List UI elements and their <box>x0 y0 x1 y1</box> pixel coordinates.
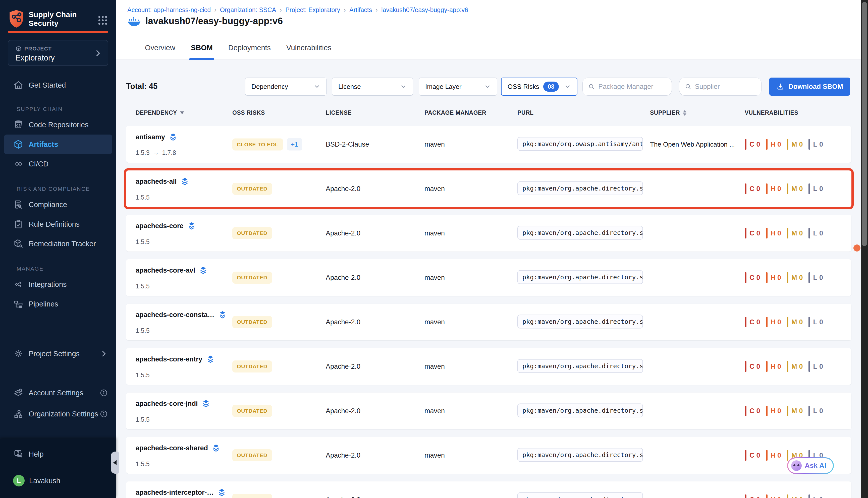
breadcrumb-link[interactable]: Project: Exploratory <box>285 6 340 14</box>
sidebar-item-help[interactable]: Help <box>0 444 116 464</box>
package-manager-cell: maven <box>425 318 445 326</box>
table-row[interactable]: apacheds-core-jndi1.5.5OUTDATEDApache-2.… <box>126 393 852 429</box>
oss-risks-cell: OUTDATED <box>232 449 272 461</box>
table-row[interactable]: apacheds-interceptor-…OUTDATEDApache-2.0… <box>126 482 852 498</box>
dependency-version: 1.5.5 <box>135 283 231 290</box>
table-row[interactable]: antisamy1.5.3→1.7.8CLOSE TO EOL+1BSD-2-C… <box>126 126 852 163</box>
severity-bar-icon <box>766 317 767 327</box>
column-header-label: SUPPLIER <box>650 109 680 116</box>
package-manager-search-input[interactable] <box>598 83 666 91</box>
table-row-highlighted[interactable]: apacheds-all1.5.5OUTDATEDApache-2.0maven… <box>126 170 852 207</box>
column-header-label: PACKAGE MANAGER <box>425 109 486 116</box>
sidebar-item-artifacts[interactable]: Artifacts <box>4 134 112 154</box>
table-row[interactable]: apacheds-core-avl1.5.5OUTDATEDApache-2.0… <box>126 259 852 296</box>
table-row[interactable]: apacheds-core-shared1.5.5OUTDATEDApache-… <box>126 437 852 474</box>
sidebar-item-organization-settings[interactable]: Organization Settings <box>0 404 116 424</box>
vulnerability-count-c: C0 <box>745 139 760 149</box>
tab-vulnerabilities[interactable]: Vulnerabilities <box>286 38 331 60</box>
vulnerabilities-cell: C0H0M0L0 <box>745 406 829 416</box>
vulnerability-count-h: H0 <box>766 361 781 372</box>
purl-pill[interactable]: pkg:maven/org.apache.directory.s… <box>517 182 643 195</box>
module-grid-icon[interactable] <box>97 15 108 26</box>
dependency-name[interactable]: apacheds-core <box>135 222 184 230</box>
oss-risks-cell: OUTDATED <box>232 494 272 498</box>
purl-pill[interactable]: pkg:maven/org.owasp.antisamy/ant… <box>517 137 643 151</box>
oss-risks-filter[interactable]: OSS Risks 03 <box>501 78 578 96</box>
purl-pill[interactable]: pkg:maven/org.apache.directory.s… <box>517 270 643 284</box>
dependency-version: 1.5.5 <box>135 194 231 201</box>
sidebar-item-remediation-tracker[interactable]: Remediation Tracker <box>0 234 116 253</box>
column-header-dependency[interactable]: DEPENDENCY <box>135 109 184 116</box>
risk-extra-count-chip[interactable]: +1 <box>287 138 302 150</box>
severity-bar-icon <box>787 495 788 498</box>
sidebar-item-integrations[interactable]: Integrations <box>0 275 116 294</box>
vulnerability-count-l: L0 <box>808 495 823 498</box>
purl-cell: pkg:maven/org.apache.directory.s… <box>517 182 643 196</box>
sidebar-item-pipelines[interactable]: Pipelines <box>0 294 116 314</box>
dependency-cell: apacheds-all1.5.5 <box>135 170 231 207</box>
image-layer-filter[interactable]: Image Layer <box>419 78 497 96</box>
column-header-label: PURL <box>517 109 534 116</box>
dependency-name[interactable]: apacheds-all <box>135 178 177 185</box>
scrollbar-thumb[interactable] <box>862 2 867 246</box>
severity-bar-icon <box>766 361 767 372</box>
breadcrumb-link[interactable]: Account: app-harness-ng-cicd <box>127 6 211 14</box>
sidebar-item-rule-definitions[interactable]: Rule Definitions <box>0 214 116 234</box>
table-row[interactable]: apacheds-core-entry1.5.5OUTDATEDApache-2… <box>126 348 852 385</box>
breadcrumb-link[interactable]: Artifacts <box>349 6 372 14</box>
sidebar-item-compliance[interactable]: Compliance <box>0 195 116 214</box>
ask-ai-button[interactable]: Ask AI <box>787 457 834 474</box>
breadcrumb-link[interactable]: lavakush07/easy-buggy-app:v6 <box>381 6 468 14</box>
table-row[interactable]: apacheds-core1.5.5OUTDATEDApache-2.0mave… <box>126 215 852 251</box>
purl-cell: pkg:maven/org.apache.directory.s… <box>517 270 643 285</box>
purl-pill[interactable]: pkg:maven/org.apache.directory.s… <box>517 448 643 462</box>
purl-pill[interactable]: pkg:maven/org.apache.directory.s… <box>517 404 643 417</box>
dependency-name[interactable]: apacheds-core-jndi <box>135 400 198 408</box>
sidebar-item-code-repositories[interactable]: Code Repositories <box>0 115 116 134</box>
tab-overview[interactable]: Overview <box>145 38 175 60</box>
column-header-purl[interactable]: PURL <box>517 109 534 116</box>
license-cell: Apache-2.0 <box>326 451 360 459</box>
dependency-name[interactable]: apacheds-core-avl <box>135 266 195 274</box>
breadcrumb-link[interactable]: Organization: SSCA <box>220 6 276 14</box>
sidebar-item-ci-cd[interactable]: CI/CD <box>0 154 116 174</box>
column-header-license[interactable]: LICENSE <box>326 109 352 116</box>
column-header-supplier[interactable]: SUPPLIER <box>650 109 686 116</box>
supplier-cell: The Open Web Application ... <box>650 141 735 148</box>
dependency-name[interactable]: antisamy <box>135 133 165 141</box>
dependency-name[interactable]: apacheds-core-entry <box>135 355 203 363</box>
dependency-name[interactable]: apacheds-interceptor-… <box>135 489 214 497</box>
info-icon[interactable] <box>100 410 108 418</box>
license-filter[interactable]: License <box>332 78 413 96</box>
column-header-package-manager[interactable]: PACKAGE MANAGER <box>425 109 486 116</box>
purl-pill[interactable]: pkg:maven/org.apache.directory.s… <box>517 315 643 329</box>
dependency-name[interactable]: apacheds-core-shared <box>135 444 208 452</box>
risk-badge: OUTDATED <box>232 361 272 372</box>
supplier-search-input[interactable] <box>695 83 756 91</box>
sidebar-item-account-settings[interactable]: Account Settings <box>0 383 116 403</box>
page-scrollbar[interactable] <box>861 0 868 498</box>
download-sbom-button[interactable]: Download SBOM <box>769 78 850 96</box>
purl-pill[interactable]: pkg:maven/org.apache.directory.s… <box>517 226 643 240</box>
info-icon[interactable] <box>100 389 108 397</box>
column-header-oss-risks[interactable]: OSS RISKS <box>232 109 265 116</box>
user-menu[interactable]: L Lavakush <box>0 471 116 490</box>
dependency-filter[interactable]: Dependency <box>245 78 326 96</box>
dependency-name[interactable]: apacheds-core-consta… <box>135 311 215 319</box>
tab-deployments[interactable]: Deployments <box>228 38 271 60</box>
dependency-cell: apacheds-core-shared1.5.5 <box>135 437 231 474</box>
clipboard-check-icon <box>13 219 24 230</box>
column-header-vulnerabilities[interactable]: VULNERABILITIES <box>745 109 798 116</box>
search-icon <box>588 83 595 90</box>
project-selector[interactable]: PROJECT Exploratory <box>8 40 108 66</box>
tab-sbom[interactable]: SBOM <box>191 38 213 60</box>
purl-pill[interactable]: pkg:maven/org.apache.directory.s… <box>517 359 643 373</box>
cube-icon <box>13 139 24 149</box>
purl-pill[interactable]: pkg:maven/org.apache.directory.s… <box>517 493 643 498</box>
sidebar-item-get-started[interactable]: Get Started <box>0 75 116 95</box>
table-row[interactable]: apacheds-core-consta…1.5.5OUTDATEDApache… <box>126 304 852 340</box>
sidebar-collapse-handle[interactable] <box>111 451 119 474</box>
sidebar-item-project-settings[interactable]: Project Settings <box>0 344 116 364</box>
severity-bar-icon <box>766 495 767 498</box>
infinity-icon <box>13 159 24 169</box>
